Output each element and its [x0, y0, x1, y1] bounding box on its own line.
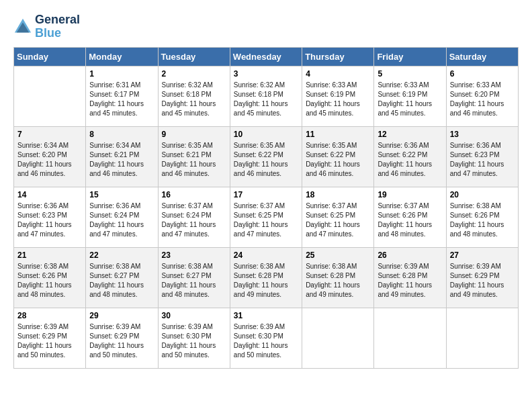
day-number: 24 — [234, 250, 298, 260]
day-number: 2 — [162, 69, 226, 79]
day-info: Sunrise: 6:33 AM Sunset: 6:20 PM Dayligh… — [450, 81, 515, 118]
day-info: Sunrise: 6:31 AM Sunset: 6:17 PM Dayligh… — [89, 81, 154, 118]
day-number: 12 — [378, 130, 442, 139]
header-monday: Monday — [86, 47, 158, 66]
day-cell: 15Sunrise: 6:36 AM Sunset: 6:24 PM Dayli… — [86, 187, 158, 247]
day-number: 29 — [89, 311, 154, 320]
day-cell: 17Sunrise: 6:37 AM Sunset: 6:25 PM Dayli… — [230, 187, 302, 247]
header-sunday: Sunday — [14, 47, 86, 66]
day-cell: 9Sunrise: 6:35 AM Sunset: 6:21 PM Daylig… — [158, 126, 230, 187]
day-cell: 19Sunrise: 6:37 AM Sunset: 6:26 PM Dayli… — [374, 187, 446, 247]
day-number: 8 — [89, 130, 154, 139]
day-number: 30 — [162, 311, 226, 320]
day-info: Sunrise: 6:32 AM Sunset: 6:18 PM Dayligh… — [234, 81, 298, 118]
day-number: 18 — [306, 190, 370, 199]
day-number: 7 — [17, 130, 82, 139]
day-info: Sunrise: 6:38 AM Sunset: 6:28 PM Dayligh… — [234, 262, 298, 300]
day-info: Sunrise: 6:39 AM Sunset: 6:29 PM Dayligh… — [89, 322, 154, 360]
day-cell: 13Sunrise: 6:36 AM Sunset: 6:23 PM Dayli… — [446, 126, 518, 187]
day-cell: 1Sunrise: 6:31 AM Sunset: 6:17 PM Daylig… — [86, 66, 158, 126]
day-info: Sunrise: 6:38 AM Sunset: 6:28 PM Dayligh… — [306, 262, 370, 300]
days-header-row: SundayMondayTuesdayWednesdayThursdayFrid… — [14, 47, 519, 66]
header-friday: Friday — [374, 47, 446, 66]
day-info: Sunrise: 6:38 AM Sunset: 6:26 PM Dayligh… — [17, 262, 82, 300]
day-info: Sunrise: 6:38 AM Sunset: 6:26 PM Dayligh… — [450, 201, 515, 239]
day-number: 11 — [306, 130, 370, 139]
header-wednesday: Wednesday — [230, 47, 302, 66]
day-info: Sunrise: 6:36 AM Sunset: 6:23 PM Dayligh… — [17, 201, 82, 239]
day-info: Sunrise: 6:33 AM Sunset: 6:19 PM Dayligh… — [306, 81, 370, 118]
header-saturday: Saturday — [446, 47, 518, 66]
day-cell: 29Sunrise: 6:39 AM Sunset: 6:29 PM Dayli… — [86, 308, 158, 368]
day-info: Sunrise: 6:36 AM Sunset: 6:24 PM Dayligh… — [89, 201, 154, 239]
week-row-4: 21Sunrise: 6:38 AM Sunset: 6:26 PM Dayli… — [14, 247, 519, 308]
day-number: 31 — [234, 311, 298, 320]
day-cell: 25Sunrise: 6:38 AM Sunset: 6:28 PM Dayli… — [302, 247, 374, 308]
logo-icon — [13, 17, 32, 36]
day-cell: 8Sunrise: 6:34 AM Sunset: 6:21 PM Daylig… — [86, 126, 158, 187]
day-info: Sunrise: 6:37 AM Sunset: 6:26 PM Dayligh… — [378, 201, 442, 239]
day-info: Sunrise: 6:39 AM Sunset: 6:28 PM Dayligh… — [378, 262, 442, 300]
day-number: 1 — [89, 69, 154, 79]
logo: General Blue — [13, 13, 80, 40]
day-info: Sunrise: 6:37 AM Sunset: 6:25 PM Dayligh… — [234, 201, 298, 239]
day-cell: 5Sunrise: 6:33 AM Sunset: 6:19 PM Daylig… — [374, 66, 446, 126]
day-number: 23 — [162, 250, 226, 260]
week-row-1: 1Sunrise: 6:31 AM Sunset: 6:17 PM Daylig… — [14, 66, 519, 126]
day-info: Sunrise: 6:36 AM Sunset: 6:23 PM Dayligh… — [450, 141, 515, 179]
day-info: Sunrise: 6:32 AM Sunset: 6:18 PM Dayligh… — [162, 81, 226, 118]
day-cell: 7Sunrise: 6:34 AM Sunset: 6:20 PM Daylig… — [14, 126, 86, 187]
day-number: 28 — [17, 311, 82, 320]
day-info: Sunrise: 6:39 AM Sunset: 6:29 PM Dayligh… — [450, 262, 515, 300]
day-number: 25 — [306, 250, 370, 260]
day-cell: 20Sunrise: 6:38 AM Sunset: 6:26 PM Dayli… — [446, 187, 518, 247]
day-cell: 14Sunrise: 6:36 AM Sunset: 6:23 PM Dayli… — [14, 187, 86, 247]
day-cell: 26Sunrise: 6:39 AM Sunset: 6:28 PM Dayli… — [374, 247, 446, 308]
day-cell — [302, 308, 374, 368]
day-cell: 27Sunrise: 6:39 AM Sunset: 6:29 PM Dayli… — [446, 247, 518, 308]
day-info: Sunrise: 6:35 AM Sunset: 6:22 PM Dayligh… — [306, 141, 370, 179]
week-row-5: 28Sunrise: 6:39 AM Sunset: 6:29 PM Dayli… — [14, 308, 519, 368]
day-number: 3 — [234, 69, 298, 79]
day-info: Sunrise: 6:39 AM Sunset: 6:30 PM Dayligh… — [234, 322, 298, 360]
day-number: 16 — [162, 190, 226, 199]
day-number: 17 — [234, 190, 298, 199]
day-info: Sunrise: 6:35 AM Sunset: 6:21 PM Dayligh… — [162, 141, 226, 179]
calendar-table: SundayMondayTuesdayWednesdayThursdayFrid… — [13, 47, 519, 369]
day-cell: 31Sunrise: 6:39 AM Sunset: 6:30 PM Dayli… — [230, 308, 302, 368]
day-cell: 2Sunrise: 6:32 AM Sunset: 6:18 PM Daylig… — [158, 66, 230, 126]
day-info: Sunrise: 6:34 AM Sunset: 6:21 PM Dayligh… — [89, 141, 154, 179]
day-cell: 10Sunrise: 6:35 AM Sunset: 6:22 PM Dayli… — [230, 126, 302, 187]
day-number: 15 — [89, 190, 154, 199]
day-cell: 28Sunrise: 6:39 AM Sunset: 6:29 PM Dayli… — [14, 308, 86, 368]
day-number: 26 — [378, 250, 442, 260]
day-number: 9 — [162, 130, 226, 139]
day-info: Sunrise: 6:37 AM Sunset: 6:25 PM Dayligh… — [306, 201, 370, 239]
day-cell — [14, 66, 86, 126]
day-cell: 11Sunrise: 6:35 AM Sunset: 6:22 PM Dayli… — [302, 126, 374, 187]
day-info: Sunrise: 6:37 AM Sunset: 6:24 PM Dayligh… — [162, 201, 226, 239]
week-row-2: 7Sunrise: 6:34 AM Sunset: 6:20 PM Daylig… — [14, 126, 519, 187]
day-cell: 30Sunrise: 6:39 AM Sunset: 6:30 PM Dayli… — [158, 308, 230, 368]
day-cell — [446, 308, 518, 368]
day-info: Sunrise: 6:36 AM Sunset: 6:22 PM Dayligh… — [378, 141, 442, 179]
day-number: 5 — [378, 69, 442, 79]
day-cell: 21Sunrise: 6:38 AM Sunset: 6:26 PM Dayli… — [14, 247, 86, 308]
day-info: Sunrise: 6:33 AM Sunset: 6:19 PM Dayligh… — [378, 81, 442, 118]
day-number: 4 — [306, 69, 370, 79]
logo-text: General Blue — [35, 13, 80, 40]
day-info: Sunrise: 6:39 AM Sunset: 6:29 PM Dayligh… — [17, 322, 82, 360]
day-number: 21 — [17, 250, 82, 260]
day-cell — [374, 308, 446, 368]
day-cell: 4Sunrise: 6:33 AM Sunset: 6:19 PM Daylig… — [302, 66, 374, 126]
header-thursday: Thursday — [302, 47, 374, 66]
day-number: 6 — [450, 69, 515, 79]
day-number: 14 — [17, 190, 82, 199]
day-cell: 3Sunrise: 6:32 AM Sunset: 6:18 PM Daylig… — [230, 66, 302, 126]
page-header: General Blue — [13, 13, 519, 40]
day-cell: 16Sunrise: 6:37 AM Sunset: 6:24 PM Dayli… — [158, 187, 230, 247]
day-cell: 12Sunrise: 6:36 AM Sunset: 6:22 PM Dayli… — [374, 126, 446, 187]
day-number: 20 — [450, 190, 515, 199]
day-number: 19 — [378, 190, 442, 199]
day-cell: 6Sunrise: 6:33 AM Sunset: 6:20 PM Daylig… — [446, 66, 518, 126]
